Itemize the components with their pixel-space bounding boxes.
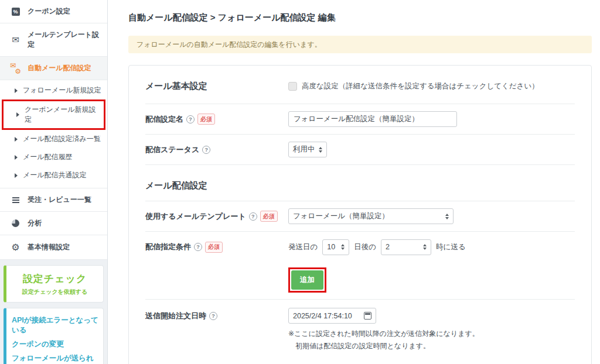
sidebar-subitem-coupon-mail-new[interactable]: クーポンメール新規設定 [4, 101, 104, 128]
sidebar-subitem-label: メール配信設定済み一覧 [23, 134, 101, 144]
send-start-note-2: 初期値は配信設定の設定時間となります。 [295, 341, 479, 351]
mail-template-label-group: 使用するメールテンプレート ? 必須 [145, 211, 288, 222]
mail-template-select[interactable]: フォローメール（簡単設定） [288, 208, 454, 224]
select-arrows-icon [423, 244, 427, 250]
add-condition-row: 追加 [145, 262, 575, 300]
send-start-datetime-value: 2025/2/4 17:54:10 [293, 312, 352, 320]
delivery-settings-section-header: メール配信設定 [145, 165, 575, 201]
delivery-condition-label-group: 配信指定条件 ? 必須 [145, 242, 288, 253]
settings-check-subtitle: 設定チェックを依頼する [10, 288, 100, 296]
required-badge: 必須 [205, 242, 223, 253]
send-start-row: 送信開始注文日時 ? 2025/2/4 17:54:10 ※ここに設定された時間… [145, 300, 575, 364]
delivery-status-select[interactable]: 利用中 [288, 142, 327, 157]
info-banner: フォローメールの自動メール配信設定の編集を行います。 [128, 36, 592, 53]
basic-settings-section-title: メール基本設定 [145, 81, 288, 92]
help-icon[interactable]: ? [194, 243, 202, 251]
required-badge: 必須 [197, 114, 215, 125]
advanced-settings-checkbox[interactable] [288, 82, 297, 91]
condition-suffix-text: 時に送る [436, 242, 466, 252]
auto-mail-gear-icon [11, 64, 21, 73]
help-icon[interactable]: ? [202, 146, 210, 154]
settings-check-card[interactable]: 設定チェック 設定チェックを依頼する [4, 265, 104, 303]
help-icon[interactable]: ? [249, 212, 257, 221]
sidebar-subitem-mail-common-settings[interactable]: メール配信共通設定 [0, 166, 107, 184]
gear-icon [11, 242, 21, 253]
mail-template-row: 使用するメールテンプレート ? 必須 フォローメール（簡単設定） [145, 201, 575, 232]
delivery-condition-controls: 発送日の 10 日後の 2 時に送る [288, 239, 466, 255]
condition-days-value: 10 [327, 243, 335, 251]
sidebar-item-analytics[interactable]: 分析 [0, 212, 107, 235]
delivery-condition-label: 配信指定条件 [145, 242, 191, 252]
condition-hours-value: 2 [386, 243, 390, 251]
help-link-api-error[interactable]: APIが接続エラーとなっている [12, 313, 101, 337]
help-icon[interactable]: ? [209, 312, 217, 320]
send-start-label-group: 送信開始注文日時 ? [145, 311, 288, 321]
help-link-coupon-change[interactable]: クーポンの変更 [12, 337, 101, 351]
required-badge: 必須 [260, 211, 278, 222]
list-icon [11, 197, 21, 203]
settings-form-card: メール基本設定 高度な設定（詳細な送信条件を設定する場合はチェックしてください）… [128, 65, 592, 364]
sidebar-nav: クーポン設定 メールテンプレート設定 自動メール配信設定 フォローメール新規設定… [0, 0, 107, 260]
coupon-icon [11, 8, 21, 16]
send-start-note-1: ※ここに設定された時間以降の注文が送信対象になります。 [288, 329, 479, 339]
sidebar-item-label: 自動メール配信設定 [28, 63, 91, 73]
sidebar-subitem-follow-mail-new[interactable]: フォローメール新規設定 [0, 81, 107, 99]
delivery-name-input[interactable] [288, 111, 457, 127]
sidebar-item-basic-info-settings[interactable]: 基本情報設定 [0, 235, 107, 260]
delivery-settings-section-title: メール配信設定 [145, 180, 207, 191]
sidebar-subitem-label: メール配信履歴 [23, 152, 73, 162]
delivery-status-value: 利用中 [293, 145, 315, 154]
pie-chart-icon [11, 219, 21, 227]
annotation-box-coupon-mail-new: クーポンメール新規設定 [2, 99, 105, 130]
sidebar-subnav: フォローメール新規設定 クーポンメール新規設定 メール配信設定済み一覧 メール配… [0, 80, 107, 188]
calendar-icon[interactable] [364, 312, 371, 320]
condition-hours-select[interactable]: 2 [381, 239, 431, 255]
delivery-name-row: 配信設定名 ? 必須 [145, 104, 575, 135]
sidebar-item-auto-mail-settings[interactable]: 自動メール配信設定 [0, 57, 107, 80]
main-content: 自動メール配信設定 > フォローメール配信設定 編集 フォローメールの自動メール… [108, 0, 600, 364]
advanced-settings-label: 高度な設定（詳細な送信条件を設定する場合はチェックしてください） [302, 81, 539, 91]
help-icon[interactable]: ? [186, 115, 195, 123]
breadcrumb: 自動メール配信設定 > フォローメール配信設定 編集 [128, 0, 592, 23]
delivery-status-label-group: 配信ステータス ? [145, 145, 288, 155]
help-link-follow-mail-not-sent[interactable]: フォローメールが送られない [12, 351, 101, 364]
sidebar-item-label: 分析 [28, 218, 42, 228]
add-button[interactable]: 追加 [291, 270, 323, 290]
condition-days-select[interactable]: 10 [322, 239, 349, 255]
add-button-container: 追加 [288, 267, 326, 293]
select-arrows-icon [445, 214, 449, 219]
mail-template-value: フォローメール（簡単設定） [293, 211, 389, 221]
sidebar-item-coupon-settings[interactable]: クーポン設定 [0, 0, 107, 23]
sidebar-item-label: 受注・レビュー一覧 [28, 195, 91, 205]
sidebar-subitem-mail-history[interactable]: メール配信履歴 [0, 148, 107, 166]
advanced-settings-toggle[interactable]: 高度な設定（詳細な送信条件を設定する場合はチェックしてください） [288, 81, 539, 91]
basic-settings-section-header: メール基本設定 高度な設定（詳細な送信条件を設定する場合はチェックしてください） [145, 66, 575, 104]
send-start-datetime-input[interactable]: 2025/2/4 17:54:10 [288, 308, 376, 324]
triangle-right-icon [15, 137, 18, 142]
sidebar-item-orders-reviews[interactable]: 受注・レビュー一覧 [0, 188, 107, 212]
sidebar: クーポン設定 メールテンプレート設定 自動メール配信設定 フォローメール新規設定… [0, 0, 108, 364]
select-arrows-icon [319, 147, 322, 153]
sidebar-subitem-label: クーポンメール新規設定 [25, 105, 101, 125]
condition-middle-text: 日後の [354, 242, 376, 252]
help-links-card: APIが接続エラーとなっている クーポンの変更 フォローメールが送られない クー… [4, 308, 104, 364]
sidebar-item-label: 基本情報設定 [28, 242, 70, 252]
condition-prefix-text: 発送日の [288, 242, 318, 252]
send-start-label: 送信開始注文日時 [145, 311, 206, 321]
send-start-controls: 2025/2/4 17:54:10 ※ここに設定された時間以降の注文が送信対象に… [288, 308, 479, 351]
sidebar-subitem-mail-settings-list[interactable]: メール配信設定済み一覧 [0, 130, 107, 148]
delivery-condition-row: 配信指定条件 ? 必須 発送日の 10 日後の 2 時に送る [145, 232, 575, 262]
triangle-right-icon [16, 112, 19, 117]
delivery-name-label: 配信設定名 [145, 114, 183, 125]
sidebar-item-label: クーポン設定 [28, 6, 70, 16]
delivery-status-label: 配信ステータス [145, 145, 199, 155]
delivery-name-label-group: 配信設定名 ? 必須 [145, 114, 288, 125]
triangle-right-icon [15, 88, 18, 93]
mail-template-label: 使用するメールテンプレート [145, 211, 246, 222]
settings-check-title: 設定チェック [10, 272, 100, 286]
mail-icon [11, 35, 21, 45]
sidebar-item-mail-template-settings[interactable]: メールテンプレート設定 [0, 23, 107, 57]
sidebar-item-label: メールテンプレート設定 [28, 30, 104, 50]
delivery-status-row: 配信ステータス ? 利用中 [145, 135, 575, 165]
sidebar-subitem-label: メール配信共通設定 [23, 170, 87, 180]
